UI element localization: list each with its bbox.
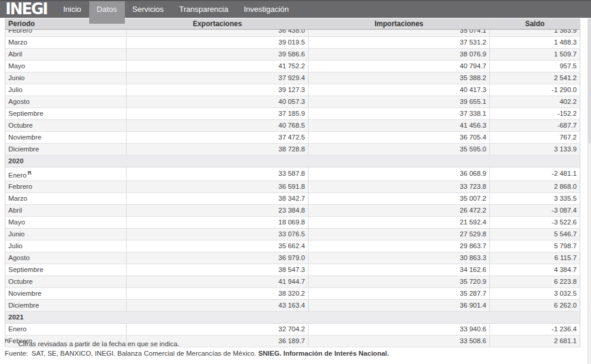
table-row: Noviembre38 320.235 287.73 032.5: [5, 288, 580, 300]
table-row: Junio37 929.435 388.22 541.2: [5, 72, 580, 84]
exportaciones-cell: 35 662.4: [127, 240, 308, 252]
source-label: Fuente:: [5, 350, 28, 357]
revision-marker: R: [28, 170, 32, 176]
saldo-cell: 6 223.8: [490, 276, 580, 287]
importaciones-cell: 29 863.7: [309, 240, 489, 252]
saldo-cell: 2 681.1: [490, 335, 580, 347]
importaciones-cell: 37 338.1: [309, 108, 489, 119]
saldo-cell: -2 481.1: [490, 168, 580, 179]
scrollbar-thumb[interactable]: [588, 18, 591, 143]
saldo-cell: 3 032.5: [490, 288, 580, 299]
exportaciones-cell: 36 438.0: [127, 29, 308, 36]
table-row: Mayo18 069.821 592.4-3 522.6: [5, 217, 580, 229]
saldo-cell: 4 384.7: [490, 264, 580, 276]
periodo-cell: Octubre: [5, 120, 126, 131]
table-row: Marzo39 019.537 531.21 488.3: [5, 36, 580, 48]
exportaciones-cell: 38 342.7: [127, 193, 308, 204]
nav-item-datos[interactable]: Datos: [89, 1, 125, 24]
table-body: Febrero36 438.035 074.11 363.9Marzo39 01…: [5, 29, 580, 347]
table-row: Octubre40 768.541 456.3-687.7: [5, 119, 580, 131]
saldo-cell: 2 541.2: [490, 72, 580, 84]
importaciones-cell: 30 863.3: [309, 252, 489, 264]
importaciones-cell: 26 472.2: [309, 205, 489, 216]
table-row: Octubre41 944.735 720.96 223.8: [5, 276, 580, 288]
importaciones-cell: 35 287.7: [309, 288, 489, 299]
saldo-cell: 6 115.7: [490, 252, 580, 264]
vertical-scrollbar[interactable]: [587, 18, 591, 364]
exportaciones-cell: 39 586.6: [127, 49, 308, 60]
table-row: Septiembre38 547.334 162.64 384.7: [5, 264, 580, 276]
exportaciones-cell: 43 163.4: [127, 300, 308, 311]
periodo-cell: Octubre: [5, 276, 126, 287]
exportaciones-cell: 23 384.8: [127, 205, 308, 216]
nav-item-investigacion[interactable]: Investigación: [236, 1, 297, 18]
revision-marker: R: [5, 338, 9, 344]
periodo-cell: Mayo: [5, 217, 126, 228]
nav-item-transparencia[interactable]: Transparencia: [171, 1, 236, 18]
importaciones-cell: 33 723.8: [309, 181, 489, 192]
periodo-cell: Abril: [5, 49, 126, 60]
saldo-cell: 1 488.3: [490, 37, 580, 48]
table-row: Septiembre37 185.937 338.1-152.2: [5, 107, 580, 119]
inegi-logo[interactable]: INEGI: [0, 1, 55, 17]
revision-text: Cifras revisadas a partir de la fecha en…: [18, 340, 180, 347]
nav-item-servicios[interactable]: Servicios: [125, 1, 172, 18]
saldo-cell: 1 363.9: [490, 29, 580, 36]
exportaciones-cell: 37 472.5: [127, 132, 308, 143]
saldo-cell: 6 262.0: [490, 300, 580, 311]
importaciones-cell: 40 417.3: [309, 84, 489, 96]
periodo-cell: Septiembre: [5, 264, 126, 276]
nav-item-inicio[interactable]: Inicio: [55, 1, 89, 18]
exportaciones-cell: 38 320.2: [127, 288, 308, 299]
main-nav: InicioDatosServiciosTransparenciaInvesti…: [55, 1, 297, 24]
periodo-cell: Febrero: [5, 181, 126, 192]
saldo-cell: -152.2: [490, 108, 580, 119]
exportaciones-cell: 36 979.0: [127, 252, 308, 264]
source-line: Fuente:SAT, SE, BANXICO, INEGI. Balanza …: [5, 350, 389, 357]
table-row: Febrero36 591.833 723.82 868.0: [5, 181, 580, 193]
importaciones-cell: 33 508.6: [309, 335, 489, 347]
col-header-importaciones: Importaciones: [309, 18, 490, 29]
saldo-cell: -1 236.4: [490, 324, 580, 335]
importaciones-cell: 33 940.6: [309, 324, 489, 335]
periodo-cell: Noviembre: [5, 132, 126, 143]
exportaciones-cell: 32 704.2: [127, 324, 308, 335]
periodo-cell: EneroR: [5, 167, 126, 181]
saldo-cell: 1 509.7: [490, 49, 580, 60]
table-row: Diciembre43 163.436 901.46 262.0: [5, 300, 580, 312]
periodo-cell: Febrero: [5, 29, 126, 36]
exportaciones-cell: 40 057.3: [127, 96, 308, 107]
periodo-cell: Noviembre: [5, 288, 126, 299]
importaciones-cell: 40 794.7: [309, 61, 489, 72]
importaciones-cell: 36 901.4: [309, 300, 489, 311]
periodo-cell: Septiembre: [5, 108, 126, 119]
importaciones-cell: 35 074.1: [309, 29, 489, 36]
saldo-cell: 957.5: [490, 61, 580, 72]
table-row: Mayo41 752.240 794.7957.5: [5, 60, 580, 72]
table-row: Junio33 076.527 529.85 546.7: [5, 229, 580, 240]
table-row: Abril23 384.826 472.2-3 087.4: [5, 205, 580, 217]
table-row: Marzo38 342.735 007.23 335.5: [5, 193, 580, 205]
periodo-cell: Marzo: [5, 37, 126, 48]
table-row: Agosto36 979.030 863.36 115.7: [5, 252, 580, 264]
saldo-cell: -3 522.6: [490, 217, 580, 228]
periodo-cell: Mayo: [5, 61, 126, 72]
year-row-2020: 2020: [5, 155, 580, 167]
importaciones-cell: 35 720.9: [309, 276, 489, 287]
saldo-cell: -3 087.4: [490, 205, 580, 216]
periodo-cell: Marzo: [5, 193, 126, 204]
saldo-cell: 5 798.7: [490, 240, 580, 252]
saldo-cell: 767.2: [490, 132, 580, 143]
periodo-cell: Julio: [5, 240, 126, 252]
periodo-cell: Agosto: [5, 252, 126, 264]
periodo-cell: Diciembre: [5, 144, 126, 155]
exportaciones-cell: 33 587.8: [127, 168, 308, 179]
table-row: Febrero36 438.035 074.11 363.9: [5, 29, 580, 36]
importaciones-cell: 35 388.2: [309, 72, 489, 84]
saldo-cell: 3 133.9: [490, 144, 580, 155]
table-row: Julio39 127.340 417.3-1 290.0: [5, 84, 580, 96]
table-row: Noviembre37 472.536 705.4767.2: [5, 131, 580, 143]
exportaciones-cell: 36 591.8: [127, 181, 308, 192]
exportaciones-cell: 41 752.2: [127, 61, 308, 72]
exportaciones-cell: 41 944.7: [127, 276, 308, 287]
